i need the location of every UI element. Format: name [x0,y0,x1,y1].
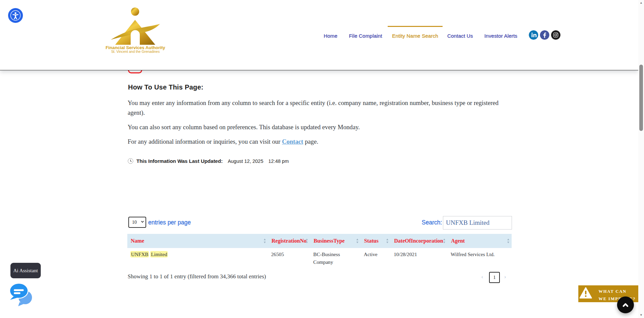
svg-text:St. Vincent and the Grenadines: St. Vincent and the Grenadines [111,50,160,54]
